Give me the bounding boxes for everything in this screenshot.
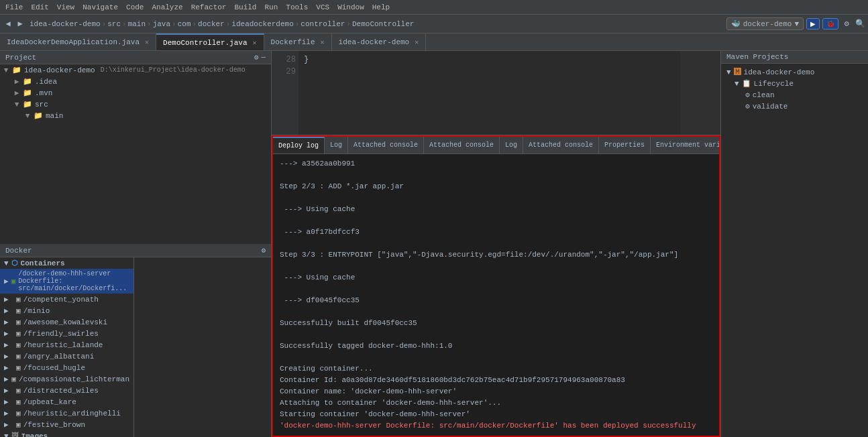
menu-navigate[interactable]: Navigate	[83, 3, 118, 11]
menu-code[interactable]: Code	[126, 3, 144, 11]
menu-window[interactable]: Window	[337, 3, 364, 11]
run-button[interactable]: ▶	[806, 18, 820, 29]
maven-clean[interactable]: ⚙ clean	[724, 89, 865, 101]
tab-attached-1[interactable]: Attached console	[348, 137, 424, 153]
container-item-10[interactable]: ▶ ▣ /upbeat_kare	[0, 396, 133, 408]
console-output[interactable]: ---> a3562aa0b991 Step 2/3 : ADD *.jar a…	[273, 154, 719, 436]
tab-ideadockerdemo-close[interactable]: ✕	[145, 38, 149, 46]
bc-com[interactable]: com	[178, 20, 191, 28]
menu-view[interactable]: View	[57, 3, 74, 11]
back-icon[interactable]: ◀	[3, 19, 13, 29]
bc-democontroller[interactable]: DemoController	[352, 20, 414, 28]
container-item-5[interactable]: ▶ ▣ /heuristic_lalande	[0, 339, 133, 351]
main-folder-icon: 📁	[34, 111, 43, 120]
project-settings-icon[interactable]: ⚙	[254, 53, 259, 62]
settings-icon[interactable]: ⚙	[841, 19, 852, 29]
bc-root[interactable]: idea-docker-demo	[30, 20, 101, 28]
menu-edit[interactable]: Edit	[31, 3, 48, 11]
container-item-4[interactable]: ▶ ▣ /friendly_swirles	[0, 328, 133, 339]
menu-build[interactable]: Build	[234, 3, 256, 11]
project-root[interactable]: ▼ 📁 idea-docker-demo D:\xinkerui_Project…	[0, 64, 271, 76]
maven-panel: Maven Projects ▼ 🅼 idea-docker-demo ▼ 📋 …	[720, 51, 868, 437]
containers-section[interactable]: ▼ ⬡ Containers	[0, 257, 133, 269]
maven-root[interactable]: ▼ 🅼 idea-docker-demo	[724, 66, 865, 78]
menu-help[interactable]: Help	[372, 3, 390, 11]
container-expand-8: ▶	[4, 375, 9, 383]
menu-bar: File Edit View Navigate Code Analyze Ref…	[0, 0, 868, 15]
docker-panel-label: Docker	[5, 247, 32, 255]
minimap	[680, 51, 720, 135]
menu-refactor[interactable]: Refactor	[191, 3, 227, 11]
tab-democontroller-close[interactable]: ✕	[253, 39, 257, 47]
console-line-13	[280, 306, 712, 318]
container-icon-3: ▣	[16, 318, 21, 326]
tree-idea[interactable]: ▶ 📁 .idea	[0, 76, 271, 87]
bc-src[interactable]: src	[107, 20, 121, 28]
tab-properties[interactable]: Properties	[599, 137, 651, 153]
menu-vcs[interactable]: VCS	[316, 3, 329, 11]
tab-idea-docker-demo-close[interactable]: ✕	[415, 38, 419, 46]
tab-env-vars[interactable]: Environment variables	[651, 137, 719, 153]
tree-src[interactable]: ▼ 📁 src	[0, 99, 271, 110]
bc-java[interactable]: java	[153, 20, 170, 28]
code-content[interactable]: }	[299, 51, 720, 135]
container-item-11[interactable]: ▶ ▣ /heuristic_ardinghelli	[0, 408, 133, 419]
container-label-12: /festive_brown	[23, 421, 85, 429]
container-item-9[interactable]: ▶ ▣ /distracted_wiles	[0, 385, 133, 396]
code-view: 28 29 }	[272, 51, 720, 135]
line-num-28: 28	[274, 54, 296, 66]
debug-button[interactable]: 🐞	[822, 18, 838, 29]
container-item-8[interactable]: ▶ ▣ /compassionate_lichterman	[0, 373, 133, 385]
project-panel-header: Project ⚙ —	[0, 51, 271, 64]
tab-deploy-log[interactable]: Deploy log	[273, 137, 325, 153]
container-expand-1: ▶	[4, 295, 13, 304]
container-label-11: /heuristic_ardinghelli	[23, 410, 121, 418]
maven-validate-icon: ⚙	[745, 102, 750, 111]
container-item-1[interactable]: ▶ ▣ /competent_yonath	[0, 294, 133, 305]
menu-run[interactable]: Run	[264, 3, 278, 11]
maven-root-label: idea-docker-demo	[744, 68, 815, 76]
container-item-2[interactable]: ▶ ▣ /minio	[0, 305, 133, 316]
maven-validate[interactable]: ⚙ validate	[724, 101, 865, 112]
tree-main[interactable]: ▼ 📁 main	[0, 110, 271, 121]
maven-lifecycle[interactable]: ▼ 📋 Lifecycle	[724, 78, 865, 89]
search-icon[interactable]: 🔍	[855, 19, 865, 29]
idea-folder-icon: 📁	[23, 77, 32, 86]
container-icon-4: ▣	[16, 329, 21, 338]
tab-dockerfile[interactable]: Dockerfile ✕	[264, 34, 332, 50]
console-panel: Deploy log Log Attached console Attached…	[272, 135, 720, 437]
images-section[interactable]: ▼ 🖼 Images	[0, 430, 133, 437]
container-expand-0: ▶	[4, 277, 9, 286]
menu-analyze[interactable]: Analyze	[152, 3, 182, 11]
left-sidebar: Project ⚙ — ▼ 📁 idea-docker-demo D:\xink…	[0, 51, 272, 437]
bc-ideadockerdemo[interactable]: ideadockerdemo	[231, 20, 293, 28]
forward-icon[interactable]: ▶	[15, 19, 25, 29]
bc-main[interactable]: main	[128, 20, 146, 28]
bc-controller[interactable]: controller	[301, 20, 345, 28]
docker-settings-icon[interactable]: ⚙	[261, 246, 266, 255]
console-line-14: Successfully built df0045f0cc35	[280, 318, 712, 329]
tab-democontroller[interactable]: DemoController.java ✕	[156, 34, 264, 50]
tab-attached-3[interactable]: Attached console	[523, 137, 599, 153]
console-tab-bar: Deploy log Log Attached console Attached…	[273, 137, 719, 154]
container-item-0[interactable]: ▶ ▣ /docker-demo-hhh-server Dockerfile: …	[0, 269, 133, 294]
tab-log-1[interactable]: Log	[325, 137, 348, 153]
container-item-3[interactable]: ▶ ▣ /awesome_kowalevski	[0, 316, 133, 328]
tab-dockerfile-close[interactable]: ✕	[321, 38, 325, 46]
container-item-6[interactable]: ▶ ▣ /angry_albattani	[0, 351, 133, 362]
toolbar-right: 🐳 docker-demo ▼ ▶ 🐞 ⚙ 🔍	[726, 17, 865, 30]
container-item-12[interactable]: ▶ ▣ /festive_brown	[0, 419, 133, 430]
menu-tools[interactable]: Tools	[286, 3, 308, 11]
tab-attached-2[interactable]: Attached console	[424, 137, 500, 153]
bc-docker[interactable]: docker	[198, 20, 225, 28]
project-collapse-icon[interactable]: —	[261, 53, 266, 62]
container-item-7[interactable]: ▶ ▣ /focused_hugle	[0, 362, 133, 373]
container-label-10: /upbeat_kare	[23, 398, 76, 406]
tab-democontroller-label: DemoController.java	[163, 39, 247, 47]
tab-idea-docker-demo[interactable]: idea-docker-demo ✕	[332, 34, 427, 50]
tab-log-2[interactable]: Log	[500, 137, 523, 153]
menu-file[interactable]: File	[5, 3, 23, 11]
tree-mvn[interactable]: ▶ 📁 .mvn	[0, 87, 271, 99]
run-config-selector[interactable]: 🐳 docker-demo ▼	[726, 17, 804, 30]
tab-ideadockerdemo[interactable]: IdeaDockerDemoApplication.java ✕	[0, 34, 156, 50]
